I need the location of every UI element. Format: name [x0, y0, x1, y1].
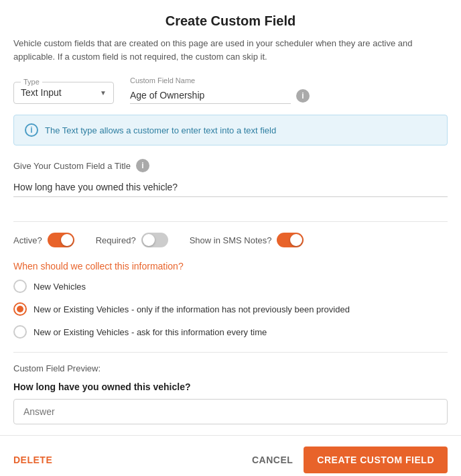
custom-field-title-input[interactable]	[13, 178, 448, 197]
active-toggle-label: Active?	[13, 235, 42, 245]
type-select-fieldset: Type Text Input ▼	[13, 78, 114, 104]
info-banner: i The Text type allows a customer to ent…	[13, 115, 448, 145]
info-banner-text: The Text type allows a customer to enter…	[45, 125, 276, 135]
active-toggle[interactable]	[48, 233, 74, 247]
preview-question: How long have you owned this vehicle?	[13, 381, 448, 392]
required-toggle-knob	[143, 234, 155, 246]
footer-right: CANCEL CREATE CUSTOM FIELD	[252, 447, 448, 473]
preview-label: Custom Field Preview:	[13, 363, 448, 373]
custom-field-name-label: Custom Field Name	[130, 76, 448, 84]
when-section-title: When should we collect this information?	[13, 261, 448, 272]
radio-item-new-or-existing-once[interactable]: New or Existing Vehicles - only if the i…	[13, 302, 448, 316]
radio-text-new-or-existing-every: New or Existing Vehicles - ask for this …	[34, 327, 267, 337]
divider-2	[13, 352, 448, 353]
sms-toggle-knob	[290, 234, 302, 246]
title-section-label: Give Your Custom Field a Title	[13, 161, 131, 171]
custom-field-name-group: Custom Field Name i	[130, 76, 448, 104]
type-select[interactable]: Text Input ▼	[21, 87, 107, 98]
title-section-info-icon[interactable]: i	[136, 159, 149, 172]
footer: DELETE CANCEL CREATE CUSTOM FIELD	[0, 435, 461, 476]
sms-toggle[interactable]	[277, 233, 304, 247]
preview-section: Custom Field Preview: How long have you …	[13, 363, 448, 424]
active-toggle-knob	[61, 234, 73, 246]
custom-field-name-input[interactable]	[130, 87, 291, 104]
cancel-button[interactable]: CANCEL	[252, 455, 293, 465]
radio-item-new-or-existing-every[interactable]: New or Existing Vehicles - ask for this …	[13, 325, 448, 339]
title-section-label-row: Give Your Custom Field a Title i	[13, 159, 448, 172]
required-toggle-group: Required?	[96, 233, 168, 247]
radio-text-new-or-existing-once: New or Existing Vehicles - only if the i…	[34, 304, 350, 314]
radio-outer-new-vehicles	[13, 280, 27, 293]
radio-outer-new-or-existing-once	[13, 302, 27, 316]
radio-outer-new-or-existing-every	[13, 325, 27, 339]
radio-inner-new-or-existing-once	[17, 306, 23, 312]
create-custom-field-button[interactable]: CREATE CUSTOM FIELD	[304, 447, 448, 473]
radio-text-new-vehicles: New Vehicles	[34, 282, 86, 292]
type-select-value: Text Input	[21, 87, 62, 98]
chevron-down-icon: ▼	[100, 89, 107, 97]
delete-button[interactable]: DELETE	[13, 455, 52, 465]
preview-answer-input[interactable]	[13, 399, 448, 424]
sms-toggle-group: Show in SMS Notes?	[190, 233, 304, 247]
sms-toggle-label: Show in SMS Notes?	[190, 235, 272, 245]
radio-group: New Vehicles New or Existing Vehicles - …	[13, 280, 448, 339]
divider-1	[13, 221, 448, 222]
custom-field-name-info-icon[interactable]: i	[296, 89, 310, 103]
required-toggle-label: Required?	[96, 235, 136, 245]
info-banner-icon: i	[25, 123, 38, 137]
required-toggle[interactable]	[141, 233, 168, 247]
active-toggle-group: Active?	[13, 233, 74, 247]
type-field-label: Type	[21, 78, 42, 86]
page-description: Vehicle custom fields that are created o…	[13, 37, 448, 63]
toggles-row: Active? Required? Show in SMS Notes?	[13, 233, 448, 247]
page-title: Create Custom Field	[13, 13, 448, 29]
radio-item-new-vehicles[interactable]: New Vehicles	[13, 280, 448, 293]
